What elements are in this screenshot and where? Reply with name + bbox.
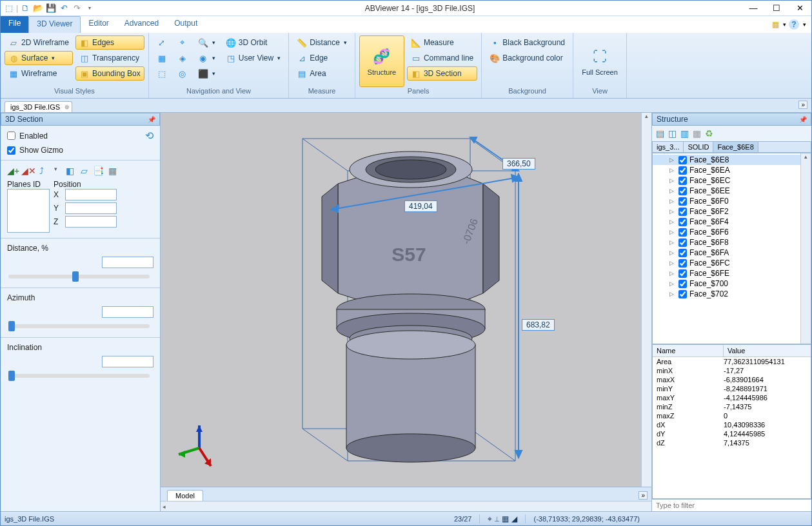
crumb-0[interactable]: igs_3... <box>653 142 684 152</box>
btn-2d-wireframe[interactable]: ▱2D Wireframe <box>5 35 73 50</box>
nav-small-3[interactable]: ⬚ <box>153 66 171 81</box>
undo-icon[interactable]: ↶ <box>58 3 70 14</box>
btn-3d-section[interactable]: ◧3D Section <box>407 66 477 81</box>
input-inclination[interactable] <box>102 356 153 367</box>
btn-bounding-box[interactable]: ▣Bounding Box <box>75 66 144 81</box>
open-icon[interactable]: 📂 <box>32 3 44 14</box>
crumb-2[interactable]: Face_$6E8 <box>713 142 758 152</box>
node-check[interactable] <box>678 280 687 288</box>
tab-advanced[interactable]: Advanced <box>117 16 166 33</box>
tool-flip-icon[interactable]: ◧ <box>64 166 75 176</box>
tabstrip-chevron-icon[interactable]: » <box>798 101 807 109</box>
btn-wireframe[interactable]: ▦Wireframe <box>5 66 73 81</box>
node-check[interactable] <box>678 249 687 257</box>
node-check[interactable] <box>678 208 687 216</box>
input-x[interactable] <box>65 189 117 200</box>
reset-icon[interactable]: ⟲ <box>145 130 153 142</box>
nav-small-2[interactable]: ▦ <box>153 51 171 65</box>
input-azimuth[interactable] <box>102 306 153 318</box>
viewport-vscroll[interactable]: ▴ <box>641 113 651 487</box>
model-chevron-icon[interactable]: » <box>639 491 648 500</box>
file-tab[interactable]: File <box>1 16 28 33</box>
btn-structure-panel[interactable]: 🧬 Structure <box>359 35 404 87</box>
nav-small-1[interactable]: ⤢ <box>153 35 171 50</box>
btn-fullscreen[interactable]: ⛶ Full Screen <box>577 35 622 87</box>
btn-edge[interactable]: ⊿Edge <box>293 51 351 65</box>
save-icon[interactable]: 💾 <box>45 3 57 14</box>
tree-node[interactable]: ▷ Face_$6F8 <box>653 237 811 248</box>
layers-icon[interactable]: ▦ <box>772 20 779 29</box>
node-check[interactable] <box>678 290 687 298</box>
btn-cube-view[interactable]: ⬛▾ <box>194 66 219 81</box>
tree-node[interactable]: ▷ Face_$6FC <box>653 258 811 268</box>
close-button[interactable]: ✕ <box>788 1 811 15</box>
btn-black-bg[interactable]: ▪Black Background <box>486 35 569 50</box>
btn-camera[interactable]: ◉▾ <box>194 51 219 65</box>
nav-small-4[interactable]: ⌖ <box>173 35 192 50</box>
tb4-icon[interactable]: ▦ <box>693 128 701 139</box>
node-check[interactable] <box>678 177 687 185</box>
help-icon[interactable]: ? <box>789 19 799 30</box>
tool-add-icon[interactable]: ◢+ <box>7 166 19 176</box>
tool-del-icon[interactable]: ◢✕ <box>21 166 33 176</box>
pin-icon[interactable]: 📌 <box>148 116 155 123</box>
node-check[interactable] <box>678 269 687 278</box>
tree-node[interactable]: ▷ Face_$6F6 <box>653 227 811 237</box>
node-check[interactable] <box>678 197 687 206</box>
tree-scrollbar[interactable]: ▴ <box>800 153 811 344</box>
btn-area[interactable]: ▤Area <box>293 66 351 81</box>
btn-surface[interactable]: ◍Surface▾ <box>5 51 73 65</box>
node-check[interactable] <box>678 187 687 195</box>
sb-icon-1[interactable]: ⌖ <box>488 514 492 523</box>
app-icon[interactable]: ⬚ <box>3 3 15 14</box>
btn-3d-orbit[interactable]: 🌐3D Orbit <box>222 35 284 50</box>
slider-distance[interactable] <box>8 275 150 278</box>
filter-input[interactable] <box>652 500 811 511</box>
input-y[interactable] <box>65 202 117 214</box>
qat-dropdown-icon[interactable]: ▾ <box>84 3 95 14</box>
tree-node[interactable]: ▷ Face_$6F2 <box>653 206 811 217</box>
tool-axis-icon[interactable]: ⤴ <box>35 166 47 176</box>
btn-measure-panel[interactable]: 📐Measure <box>407 35 477 50</box>
nav-small-6[interactable]: ◎ <box>173 66 192 81</box>
input-distance[interactable] <box>102 257 153 268</box>
btn-user-view[interactable]: ◳User View▾ <box>222 51 284 65</box>
tb1-icon[interactable]: ▤ <box>656 128 664 139</box>
btn-distance[interactable]: 📏Distance▾ <box>293 35 351 50</box>
redo-icon[interactable]: ↷ <box>71 3 83 14</box>
node-check[interactable] <box>678 218 687 226</box>
tool-align-icon[interactable]: ▱ <box>78 166 90 176</box>
tab-output[interactable]: Output <box>166 16 205 33</box>
tree-node[interactable]: ▷ Face_$6F0 <box>653 196 811 206</box>
tree-node[interactable]: ▷ Face_$700 <box>653 278 811 289</box>
tb3-icon[interactable]: ▥ <box>680 128 689 139</box>
btn-cmdline[interactable]: ▭Command line <box>407 51 477 65</box>
btn-edges[interactable]: ◧Edges <box>75 35 144 50</box>
tree-node[interactable]: ▷ Face_$6E8 <box>653 155 811 165</box>
tree-node[interactable]: ▷ Face_$6EC <box>653 175 811 186</box>
node-check[interactable] <box>678 156 687 164</box>
viewport-hscroll[interactable]: ◂ <box>161 501 651 511</box>
tree-node[interactable]: ▷ Face_$6EE <box>653 186 811 196</box>
btn-bg-color[interactable]: 🎨Background color <box>486 51 569 65</box>
maximize-button[interactable]: ☐ <box>765 1 788 15</box>
close-tab-icon[interactable]: ⊗ <box>64 104 70 110</box>
node-check[interactable] <box>678 259 687 268</box>
input-z[interactable] <box>65 216 117 228</box>
structure-tree[interactable]: ▷ Face_$6E8▷ Face_$6EA▷ Face_$6EC▷ Face_… <box>652 153 811 344</box>
btn-zoom[interactable]: 🔍▾ <box>194 35 219 50</box>
model-tab[interactable]: Model <box>167 490 203 501</box>
tb5-icon[interactable]: ♻ <box>705 128 713 139</box>
slider-inclination[interactable] <box>8 374 150 378</box>
tree-node[interactable]: ▷ Face_$6EA <box>653 165 811 175</box>
document-tab[interactable]: igs_3D File.IGS⊗ <box>5 101 72 112</box>
btn-transparency[interactable]: ◫Transparency <box>75 51 144 65</box>
node-check[interactable] <box>678 239 687 247</box>
minimize-button[interactable]: — <box>742 1 765 15</box>
slider-azimuth[interactable] <box>8 324 150 328</box>
sb-icon-2[interactable]: ⟂ <box>495 514 499 523</box>
tool-grid-icon[interactable]: ▦ <box>106 166 118 176</box>
node-check[interactable] <box>678 228 687 237</box>
tb2-icon[interactable]: ◫ <box>668 128 677 139</box>
tool-save-icon[interactable]: 📑 <box>92 166 104 176</box>
